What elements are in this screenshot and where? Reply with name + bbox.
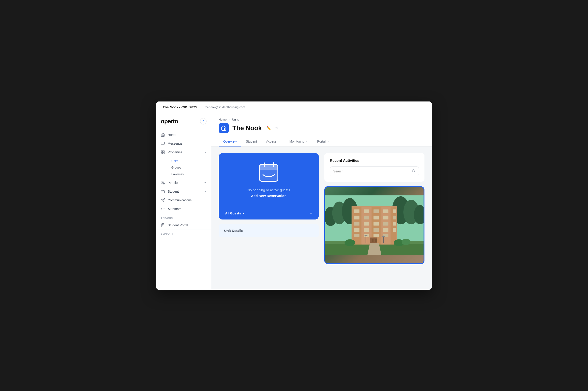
chevron-left-icon <box>201 119 205 123</box>
add-guest-button[interactable]: + <box>309 211 312 216</box>
breadcrumb: Home > Units <box>219 118 424 121</box>
automate-icon <box>161 207 165 211</box>
page-title: The Nook <box>233 124 262 132</box>
svg-rect-6 <box>161 152 162 154</box>
right-column: Recent Activities <box>324 153 424 264</box>
svg-rect-5 <box>163 152 164 154</box>
svg-rect-61 <box>383 228 388 232</box>
sidebar-navigation: Home Messenger <box>156 130 211 285</box>
guest-empty-icon <box>257 161 280 184</box>
svg-rect-48 <box>354 215 359 219</box>
unit-icon <box>221 125 227 131</box>
svg-rect-56 <box>383 222 388 225</box>
tab-monitoring[interactable]: Monitoring ▼ <box>285 137 313 146</box>
breadcrumb-separator: > <box>229 118 230 121</box>
svg-rect-52 <box>393 215 396 219</box>
guest-card-footer: All Guests ▼ + <box>225 207 312 219</box>
sidebar-item-student-portal[interactable]: Student Portal <box>156 221 211 230</box>
guest-card: No pending or active guests Add New Rese… <box>219 153 319 219</box>
add-reservation-link[interactable]: Add New Reservation <box>251 194 286 198</box>
sidebar-item-people-label: People <box>168 181 178 185</box>
top-bar-title: The Nook - CID: 2875 <box>163 105 197 109</box>
sidebar-item-communications[interactable]: Communications <box>156 196 211 204</box>
home-icon <box>161 133 165 137</box>
guest-empty-text: No pending or active guests <box>247 188 290 192</box>
svg-rect-68 <box>372 239 374 242</box>
page-title-row: The Nook ✏️ ☆ <box>219 123 424 133</box>
all-guests-chevron-icon: ▼ <box>242 212 245 214</box>
search-input[interactable] <box>333 169 410 173</box>
unit-details-title: Unit Details <box>224 229 243 233</box>
page-icon <box>219 123 229 133</box>
svg-rect-75 <box>383 236 384 243</box>
svg-rect-65 <box>373 234 379 237</box>
sidebar-item-people[interactable]: People ▼ <box>156 178 211 187</box>
page-header: Home > Units The Nook ✏️ ☆ <box>211 113 432 147</box>
building-icon <box>161 150 165 154</box>
sidebar-item-favorites[interactable]: Favorites <box>168 171 211 178</box>
svg-rect-47 <box>393 209 396 213</box>
tabs: Overview Student Access ▼ Monitoring ▼ P <box>219 137 424 146</box>
sidebar-item-student-portal-label: Student Portal <box>168 223 188 227</box>
svg-point-72 <box>401 239 410 245</box>
message-icon <box>161 141 165 146</box>
page-content: No pending or active guests Add New Rese… <box>211 147 432 290</box>
communications-icon <box>161 198 165 202</box>
svg-rect-59 <box>364 228 369 232</box>
sidebar-item-automate[interactable]: Automate <box>156 204 211 213</box>
sidebar-item-messenger[interactable]: Messenger <box>156 139 211 148</box>
recent-activities-card: Recent Activities <box>324 153 424 182</box>
tab-access[interactable]: Access ▼ <box>262 137 285 146</box>
building-image-card <box>324 186 424 264</box>
favorite-button[interactable]: ☆ <box>274 125 279 131</box>
sidebar-toggle-button[interactable] <box>200 118 207 124</box>
svg-rect-54 <box>364 222 369 225</box>
tab-overview[interactable]: Overview <box>219 137 241 146</box>
sidebar-item-student-label: Student <box>168 190 179 193</box>
svg-rect-57 <box>393 222 396 225</box>
monitoring-chevron-icon: ▼ <box>306 140 308 143</box>
sidebar-item-properties[interactable]: Properties ▲ <box>156 148 211 157</box>
sidebar-item-groups[interactable]: Groups <box>168 164 211 171</box>
sidebar-item-home[interactable]: Home <box>156 130 211 139</box>
properties-sub-nav: Units Groups Favorites <box>156 157 211 178</box>
svg-point-7 <box>162 181 163 183</box>
student-icon <box>161 190 165 194</box>
svg-rect-45 <box>373 209 379 213</box>
all-guests-button[interactable]: All Guests ▼ <box>225 211 245 215</box>
sidebar-item-student[interactable]: Student ▼ <box>156 187 211 196</box>
search-bar <box>330 167 419 176</box>
logo: operto <box>161 118 178 125</box>
tab-student[interactable]: Student <box>241 137 261 146</box>
sidebar-item-automate-label: Automate <box>168 207 181 211</box>
svg-rect-69 <box>375 239 377 242</box>
sidebar-item-units[interactable]: Units <box>168 158 211 164</box>
svg-rect-51 <box>383 215 388 219</box>
tab-portal[interactable]: Portal ▼ <box>313 137 334 146</box>
student-chevron-icon: ▼ <box>204 190 207 193</box>
portal-icon <box>161 223 165 227</box>
top-bar-email: thenook@studenthousing.com <box>205 105 245 109</box>
svg-rect-18 <box>162 223 164 227</box>
breadcrumb-units[interactable]: Units <box>232 118 239 121</box>
support-section-label: SUPPORT <box>156 230 211 236</box>
sidebar: operto Home <box>156 113 211 290</box>
sidebar-item-communications-label: Communications <box>168 198 192 202</box>
sidebar-item-messenger-label: Messenger <box>168 142 184 145</box>
search-icon <box>412 169 416 174</box>
svg-rect-49 <box>364 215 369 219</box>
svg-rect-55 <box>373 222 379 225</box>
logo-area: operto <box>156 118 211 130</box>
svg-point-70 <box>345 239 355 246</box>
svg-rect-73 <box>366 236 366 243</box>
top-bar: The Nook - CID: 2875 thenook@studenthous… <box>156 101 432 113</box>
breadcrumb-home[interactable]: Home <box>219 118 227 121</box>
svg-point-74 <box>364 235 367 236</box>
svg-rect-44 <box>364 209 369 213</box>
svg-rect-3 <box>161 151 162 152</box>
unit-details-card[interactable]: Unit Details <box>219 224 319 237</box>
building-illustration <box>325 187 424 263</box>
edit-button[interactable]: ✏️ <box>265 125 272 131</box>
properties-chevron-icon: ▲ <box>204 151 207 154</box>
main-layout: operto Home <box>156 113 432 290</box>
